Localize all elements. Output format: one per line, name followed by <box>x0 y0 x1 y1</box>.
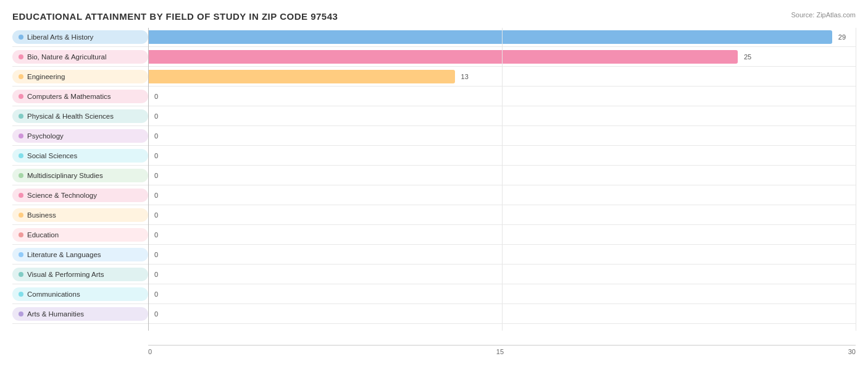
bar-row: Bio, Nature & Agricultural25 <box>12 48 856 67</box>
bar-row: Physical & Health Sciences0 <box>12 107 856 126</box>
bar-label: Visual & Performing Arts <box>27 271 104 278</box>
grid-line <box>856 28 856 331</box>
bar-row: Multidisciplinary Studies0 <box>12 166 856 185</box>
chart-area: Liberal Arts & History29Bio, Nature & Ag… <box>12 28 856 355</box>
bars-section: Liberal Arts & History29Bio, Nature & Ag… <box>12 28 856 343</box>
bar-row: Visual & Performing Arts0 <box>12 265 856 284</box>
bar-label: Social Sciences <box>27 152 77 159</box>
bar-label-pill: Physical & Health Sciences <box>12 109 148 123</box>
bar-value: 29 <box>838 33 846 41</box>
bar-value: 0 <box>154 192 158 199</box>
bar-label: Psychology <box>27 132 64 140</box>
bar-row: Social Sciences0 <box>12 146 856 166</box>
chart-container: EDUCATIONAL ATTAINMENT BY FIELD OF STUDY… <box>0 0 868 390</box>
bar-fill <box>148 50 738 64</box>
bar-value: 0 <box>154 290 158 298</box>
bar-value: 13 <box>461 73 469 80</box>
bar-value: 0 <box>154 251 158 258</box>
bar-label: Engineering <box>27 73 65 80</box>
bar-label: Business <box>27 211 56 219</box>
bar-value: 25 <box>744 53 751 61</box>
bar-value: 0 <box>154 93 158 100</box>
bar-label-pill: Business <box>12 208 148 222</box>
bar-label-pill: Visual & Performing Arts <box>12 268 148 281</box>
chart-source: Source: ZipAtlas.com <box>791 11 856 19</box>
bar-label-pill: Communications <box>12 287 148 301</box>
bar-row: Communications0 <box>12 285 856 304</box>
bar-fill <box>148 30 832 44</box>
bar-value: 0 <box>154 231 158 239</box>
grid-line <box>148 28 149 331</box>
bar-label: Arts & Humanities <box>27 310 84 318</box>
bar-label-pill: Arts & Humanities <box>12 307 148 321</box>
bar-row: Literature & Languages0 <box>12 245 856 265</box>
bar-value: 0 <box>154 310 158 318</box>
x-tick: 15 <box>496 348 504 355</box>
bar-label-pill: Science & Technology <box>12 189 148 202</box>
bar-label-pill: Social Sciences <box>12 149 148 163</box>
x-tick: 0 <box>148 348 152 355</box>
bar-value: 0 <box>154 132 158 140</box>
bar-label-pill: Education <box>12 228 148 242</box>
bar-row: Liberal Arts & History29 <box>12 28 856 47</box>
bar-label: Science & Technology <box>27 192 97 199</box>
chart-title: EDUCATIONAL ATTAINMENT BY FIELD OF STUDY… <box>12 11 856 22</box>
bar-value: 0 <box>154 152 158 159</box>
bar-label-pill: Engineering <box>12 70 148 83</box>
bar-row: Arts & Humanities0 <box>12 305 856 324</box>
x-tick: 30 <box>848 348 856 355</box>
bar-row: Computers & Mathematics0 <box>12 87 856 106</box>
bar-value: 0 <box>154 112 158 120</box>
bar-row: Engineering13 <box>12 67 856 87</box>
bar-label: Education <box>27 231 59 239</box>
bar-label-pill: Multidisciplinary Studies <box>12 169 148 182</box>
bar-label-pill: Liberal Arts & History <box>12 30 148 44</box>
bar-label: Multidisciplinary Studies <box>27 172 103 179</box>
bar-label: Liberal Arts & History <box>27 33 93 41</box>
bar-row: Science & Technology0 <box>12 186 856 205</box>
bar-label: Bio, Nature & Agricultural <box>27 53 106 61</box>
bar-label-pill: Literature & Languages <box>12 248 148 261</box>
bar-label-pill: Psychology <box>12 129 148 143</box>
bar-row: Business0 <box>12 206 856 225</box>
bar-label-pill: Bio, Nature & Agricultural <box>12 50 148 64</box>
x-axis: 01530 <box>148 345 856 355</box>
bar-label: Communications <box>27 290 80 298</box>
bar-row: Education0 <box>12 226 856 245</box>
bar-label: Computers & Mathematics <box>27 93 111 100</box>
bar-label: Literature & Languages <box>27 251 101 258</box>
bar-value: 0 <box>154 211 158 219</box>
bar-value: 0 <box>154 271 158 278</box>
bar-value: 0 <box>154 172 158 179</box>
bar-label-pill: Computers & Mathematics <box>12 90 148 103</box>
grid-line <box>502 28 503 331</box>
bar-label: Physical & Health Sciences <box>27 112 114 120</box>
bar-fill <box>148 70 455 83</box>
bar-row: Psychology0 <box>12 127 856 146</box>
